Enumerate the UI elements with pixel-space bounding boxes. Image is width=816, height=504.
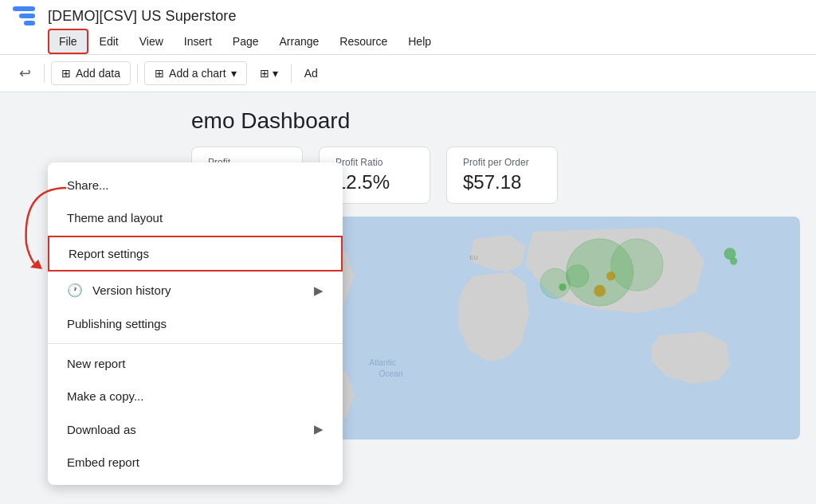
menu-item-view[interactable]: View bbox=[130, 30, 173, 53]
report-settings-label: Report settings bbox=[69, 247, 149, 260]
menu-item-edit[interactable]: Edit bbox=[90, 30, 128, 53]
main-content: emo Dashboard Profit 6,397 Profit Ratio … bbox=[0, 92, 816, 504]
menu-publishing-settings[interactable]: Publishing settings bbox=[48, 307, 343, 340]
svg-point-10 bbox=[559, 283, 566, 291]
control-icon: ⊞ bbox=[260, 67, 269, 80]
undo-button[interactable]: ↩ bbox=[13, 60, 37, 87]
menu-theme-layout[interactable]: Theme and layout bbox=[48, 201, 343, 234]
profit-ratio-label: Profit Ratio bbox=[335, 157, 414, 168]
toolbar-divider-3 bbox=[291, 64, 292, 83]
download-as-chevron: ▶ bbox=[314, 422, 324, 436]
document-title: [DEMO][CSV] US Superstore bbox=[48, 8, 237, 25]
embed-report-label: Embed report bbox=[67, 455, 139, 469]
add-chart-button[interactable]: ⊞ Add a chart ▾ bbox=[144, 61, 247, 85]
svg-point-7 bbox=[567, 265, 589, 287]
svg-text:Ocean: Ocean bbox=[379, 369, 402, 378]
version-history-chevron: ▶ bbox=[314, 283, 324, 298]
menu-item-page[interactable]: Page bbox=[223, 30, 269, 53]
svg-point-5 bbox=[611, 239, 663, 291]
toolbar: ↩ ⊞ Add data ⊞ Add a chart ▾ ⊞ ▾ Ad bbox=[0, 55, 816, 92]
svg-point-6 bbox=[540, 268, 570, 298]
menu-new-report[interactable]: New report bbox=[48, 347, 343, 380]
download-as-label: Download as bbox=[67, 423, 136, 436]
menu-item-resource[interactable]: Resource bbox=[330, 30, 397, 53]
add-data-label: Add data bbox=[76, 67, 120, 80]
title-row: [DEMO][CSV] US Superstore bbox=[0, 0, 816, 29]
add-button[interactable]: Ad bbox=[298, 62, 324, 84]
menu-share[interactable]: Share... bbox=[48, 169, 343, 201]
svg-text:Atlantic: Atlantic bbox=[369, 358, 396, 367]
logo-bar-1 bbox=[13, 6, 35, 11]
menu-embed-report[interactable]: Embed report bbox=[48, 446, 343, 479]
logo-bar-2 bbox=[19, 14, 35, 18]
publishing-settings-label: Publishing settings bbox=[67, 317, 167, 330]
svg-point-8 bbox=[594, 285, 606, 297]
svg-point-9 bbox=[606, 272, 615, 280]
menu-divider-1 bbox=[48, 343, 343, 344]
profit-per-order-value: $57.18 bbox=[463, 171, 541, 193]
profit-ratio-value: 12.5% bbox=[335, 171, 414, 193]
add-data-button[interactable]: ⊞ Add data bbox=[51, 61, 131, 85]
menu-make-copy[interactable]: Make a copy... bbox=[48, 380, 343, 412]
theme-layout-label: Theme and layout bbox=[67, 211, 163, 225]
toolbar-divider-2 bbox=[137, 64, 138, 83]
menu-download-as[interactable]: Download as ▶ bbox=[48, 412, 343, 446]
menu-bar: File Edit View Insert Page Arrange Resou… bbox=[0, 29, 816, 54]
file-dropdown-menu: Share... Theme and layout Report setting… bbox=[48, 162, 343, 485]
menu-item-help[interactable]: Help bbox=[398, 30, 441, 53]
profit-per-order-label: Profit per Order bbox=[463, 157, 541, 168]
share-label: Share... bbox=[67, 178, 109, 192]
svg-text:EU: EU bbox=[469, 254, 477, 261]
add-data-icon: ⊞ bbox=[61, 67, 71, 80]
dashboard-title: emo Dashboard bbox=[191, 108, 800, 134]
add-chart-icon: ⊞ bbox=[155, 67, 164, 80]
logo bbox=[13, 6, 35, 25]
menu-report-settings[interactable]: Report settings bbox=[48, 236, 343, 272]
version-history-label: Version history bbox=[92, 283, 171, 297]
metric-profit-per-order: Profit per Order $57.18 bbox=[446, 147, 558, 204]
logo-bar-3 bbox=[24, 21, 35, 25]
add-control-button[interactable]: ⊞ ▾ bbox=[253, 62, 284, 84]
add-chart-label: Add a chart bbox=[169, 67, 226, 80]
menu-version-history[interactable]: 🕐 Version history ▶ bbox=[48, 273, 343, 307]
menu-item-file[interactable]: File bbox=[48, 29, 88, 54]
make-copy-label: Make a copy... bbox=[67, 389, 143, 403]
toolbar-divider-1 bbox=[44, 64, 45, 83]
new-report-label: New report bbox=[67, 357, 125, 370]
menu-item-insert[interactable]: Insert bbox=[175, 30, 222, 53]
menu-item-arrange[interactable]: Arrange bbox=[270, 30, 329, 53]
version-history-icon: 🕐 bbox=[67, 283, 83, 298]
chevron-down-icon: ▾ bbox=[231, 67, 237, 80]
add-label: Ad bbox=[304, 67, 318, 80]
top-bar: [DEMO][CSV] US Superstore File Edit View… bbox=[0, 0, 816, 55]
control-label: ▾ bbox=[273, 67, 278, 80]
svg-point-12 bbox=[730, 257, 737, 264]
